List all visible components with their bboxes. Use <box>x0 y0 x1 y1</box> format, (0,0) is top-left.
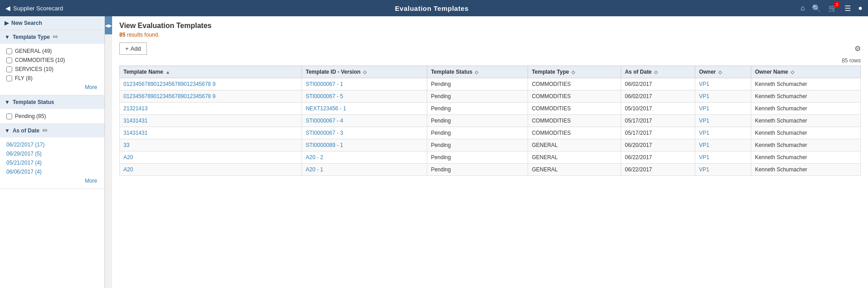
cell-owner-link[interactable]: VP1 <box>699 130 709 136</box>
cell-template-id-link[interactable]: STI0000067 - 5 <box>306 93 343 99</box>
cell-owner[interactable]: VP1 <box>695 164 751 176</box>
notifications-icon[interactable]: 🛒 2 <box>828 4 837 13</box>
menu-icon[interactable]: ☰ <box>844 4 851 13</box>
cell-template-name-link[interactable]: 21321413 <box>123 105 147 112</box>
filter-pending-label: Pending (85) <box>15 113 46 119</box>
template-type-header[interactable]: ▼ Template Type ⇔ <box>0 30 104 44</box>
add-button[interactable]: + Add <box>119 42 147 55</box>
template-status-header[interactable]: ▼ Template Status <box>0 95 104 109</box>
page-heading: Evaluation Templates <box>395 5 469 12</box>
cell-template-id-link[interactable]: STI0000089 - 1 <box>306 142 343 148</box>
cell-template-name[interactable]: 21321413 <box>120 103 302 115</box>
as-of-date-triangle: ▼ <box>5 127 10 134</box>
filter-general: GENERAL (49) <box>6 47 100 56</box>
cell-template-id[interactable]: STI0000067 - 4 <box>302 115 427 127</box>
cell-template-status: Pending <box>427 139 528 151</box>
col-as-of-date[interactable]: As of Date ◇ <box>621 66 695 78</box>
cell-template-name[interactable]: A20 <box>120 164 302 176</box>
filter-fly-checkbox[interactable] <box>6 76 12 81</box>
cell-owner-link[interactable]: VP1 <box>699 118 709 124</box>
col-template-name[interactable]: Template Name ▲ <box>120 66 302 78</box>
col-template-type[interactable]: Template Type ◇ <box>528 66 621 78</box>
cell-template-id-link[interactable]: STI0000067 - 4 <box>306 118 343 124</box>
cell-template-id-link[interactable]: A20 - 2 <box>306 154 323 161</box>
cell-owner-link[interactable]: VP1 <box>699 93 709 99</box>
filter-pending-checkbox[interactable] <box>6 113 12 119</box>
cell-owner[interactable]: VP1 <box>695 127 751 139</box>
cell-owner[interactable]: VP1 <box>695 115 751 127</box>
cell-template-id[interactable]: STI0000067 - 1 <box>302 78 427 90</box>
cell-owner-link[interactable]: VP1 <box>699 166 709 173</box>
cell-template-id-link[interactable]: A20 - 1 <box>306 166 323 173</box>
col-owner[interactable]: Owner ◇ <box>695 66 751 78</box>
filter-general-label: GENERAL (49) <box>15 48 52 54</box>
cell-template-id[interactable]: STI0000067 - 5 <box>302 90 427 103</box>
cell-template-id-link[interactable]: NEXT123456 - 1 <box>306 105 346 112</box>
date-filter-2[interactable]: 06/29/2017 (5) <box>6 149 100 158</box>
col-template-id[interactable]: Template ID - Version ◇ <box>302 66 427 78</box>
results-count: 85 results found. <box>119 32 861 38</box>
cell-template-id[interactable]: STI0000089 - 1 <box>302 139 427 151</box>
cell-owner-link[interactable]: VP1 <box>699 142 709 148</box>
col-owner-name[interactable]: Owner Name ◇ <box>751 66 860 78</box>
user-icon[interactable]: ● <box>858 4 863 12</box>
template-status-section: ▼ Template Status Pending (85) <box>0 95 104 124</box>
cell-owner[interactable]: VP1 <box>695 139 751 151</box>
app-name-label: Supplier Scorecard <box>13 5 63 12</box>
filter-services: SERVICES (10) <box>6 65 100 74</box>
date-filter-4[interactable]: 06/06/2017 (4) <box>6 167 100 176</box>
cell-owner[interactable]: VP1 <box>695 90 751 103</box>
date-filter-1[interactable]: 06/22/2017 (17) <box>6 140 100 149</box>
cell-template-name[interactable]: 31431431 <box>120 127 302 139</box>
template-type-body: GENERAL (49) COMMODITIES (10) SERVICES (… <box>0 44 104 95</box>
template-type-slider-icon[interactable]: ⇔ <box>52 33 58 40</box>
cell-template-name[interactable]: 31431431 <box>120 115 302 127</box>
cell-template-id-link[interactable]: STI0000067 - 3 <box>306 130 343 136</box>
back-nav[interactable]: ◀ Supplier Scorecard <box>5 5 63 12</box>
template-type-more-link[interactable]: More <box>6 83 100 92</box>
cell-owner-name: Kenneth Schumacher <box>751 78 860 90</box>
cell-template-name-link[interactable]: A20 <box>123 154 133 161</box>
sort-template-name-icon: ▲ <box>165 70 170 75</box>
cell-owner[interactable]: VP1 <box>695 151 751 164</box>
cell-owner-link[interactable]: VP1 <box>699 105 709 112</box>
cell-owner[interactable]: VP1 <box>695 78 751 90</box>
cell-template-name[interactable]: 01234567890123456789012345678 9 <box>120 90 302 103</box>
cell-template-id[interactable]: A20 - 1 <box>302 164 427 176</box>
cell-template-name[interactable]: 01234567890123456789012345678 9 <box>120 78 302 90</box>
cell-owner[interactable]: VP1 <box>695 103 751 115</box>
cell-template-name[interactable]: A20 <box>120 151 302 164</box>
as-of-date-header[interactable]: ▼ As of Date ⇔ <box>0 124 104 137</box>
cell-template-name-link[interactable]: 01234567890123456789012345678 9 <box>123 93 216 99</box>
cell-template-id-link[interactable]: STI0000067 - 1 <box>306 81 343 87</box>
new-search-header[interactable]: ▶ New Search <box>0 16 104 30</box>
search-icon[interactable]: 🔍 <box>812 4 821 13</box>
date-filter-3[interactable]: 05/21/2017 (4) <box>6 158 100 167</box>
cell-template-name[interactable]: 33 <box>120 139 302 151</box>
sidebar-collapse-button[interactable]: ◀▶ <box>105 16 112 34</box>
home-icon[interactable]: ⌂ <box>801 4 805 12</box>
cell-template-name-link[interactable]: 33 <box>123 142 129 148</box>
filter-fly: FLY (8) <box>6 74 100 83</box>
cell-template-id[interactable]: NEXT123456 - 1 <box>302 103 427 115</box>
settings-button[interactable]: ⚙ <box>854 44 861 53</box>
as-of-date-more-link[interactable]: More <box>6 176 100 186</box>
cell-template-name-link[interactable]: A20 <box>123 166 133 173</box>
cell-template-id[interactable]: STI0000067 - 3 <box>302 127 427 139</box>
cell-template-name-link[interactable]: 31431431 <box>123 130 147 136</box>
cell-template-name-link[interactable]: 01234567890123456789012345678 9 <box>123 81 216 87</box>
filter-commodities-checkbox[interactable] <box>6 57 12 63</box>
sort-as-of-date-icon: ◇ <box>654 70 658 75</box>
cell-owner-name: Kenneth Schumacher <box>751 164 860 176</box>
cell-template-id[interactable]: A20 - 2 <box>302 151 427 164</box>
cell-template-status: Pending <box>427 103 528 115</box>
cell-owner-link[interactable]: VP1 <box>699 81 709 87</box>
cell-owner-link[interactable]: VP1 <box>699 154 709 161</box>
cell-template-name-link[interactable]: 31431431 <box>123 118 147 124</box>
filter-services-checkbox[interactable] <box>6 66 12 72</box>
table-row: 31431431STI0000067 - 4PendingCOMMODITIES… <box>120 115 861 127</box>
col-template-status[interactable]: Template Status ◇ <box>427 66 528 78</box>
as-of-date-slider-icon[interactable]: ⇔ <box>42 127 47 134</box>
filter-general-checkbox[interactable] <box>6 48 12 54</box>
cell-template-type: GENERAL <box>528 164 621 176</box>
